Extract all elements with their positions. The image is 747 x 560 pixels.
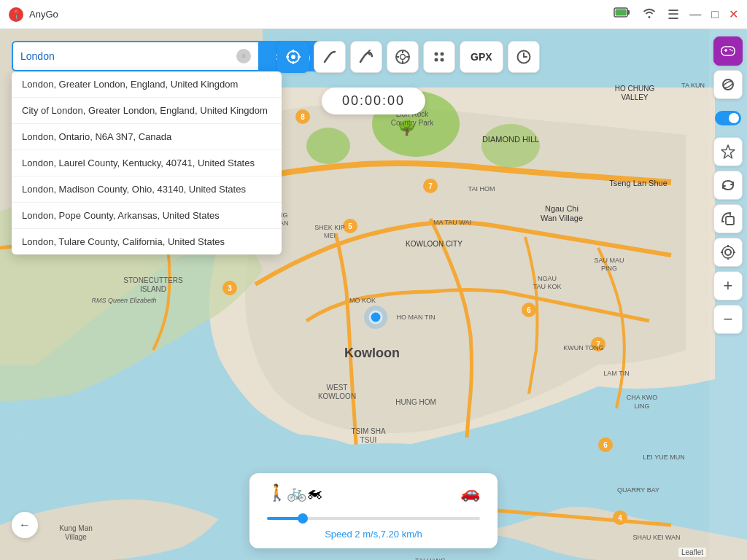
clear-button[interactable]: × <box>236 49 251 63</box>
zoom-in-button[interactable]: + <box>713 271 743 300</box>
svg-text:Ngau Chi: Ngau Chi <box>545 204 578 213</box>
search-result-5[interactable]: London, Madison County, Ohio, 43140, Uni… <box>12 176 282 203</box>
more-routes-button[interactable] <box>423 41 455 73</box>
search-result-4[interactable]: London, Laurel County, Kentucky, 40741, … <box>12 150 282 176</box>
svg-text:TAI HOM: TAI HOM <box>468 185 495 192</box>
window-controls: ☰ — □ ✕ <box>614 6 738 23</box>
svg-text:NGAU: NGAU <box>538 275 557 282</box>
svg-text:Village: Village <box>65 533 87 541</box>
svg-text:4: 4 <box>618 514 622 522</box>
svg-point-6 <box>481 124 540 168</box>
battery-icon[interactable] <box>614 7 631 22</box>
menu-icon[interactable]: ☰ <box>667 7 679 23</box>
history-button[interactable] <box>508 41 540 73</box>
bike-icon: 🚲 <box>287 483 306 502</box>
speed-icons: 🚶 🚲 🏍 🚗 <box>267 483 480 502</box>
zoom-out-button[interactable]: − <box>713 305 743 334</box>
svg-point-5 <box>306 128 350 164</box>
svg-text:SHEK KIP: SHEK KIP <box>314 224 345 231</box>
favorite-button[interactable] <box>713 137 743 166</box>
svg-text:ISLAND: ISLAND <box>140 285 166 293</box>
search-result-7[interactable]: London, Tulare County, California, Unite… <box>12 229 282 254</box>
svg-point-82 <box>441 52 444 56</box>
svg-text:HO MAN TIN: HO MAN TIN <box>397 314 436 321</box>
svg-text:MEI: MEI <box>324 232 336 239</box>
svg-text:LING: LING <box>634 402 649 410</box>
layer-toggle-button[interactable] <box>713 104 743 133</box>
speed-slider[interactable] <box>267 517 480 520</box>
svg-text:VALLEY: VALLEY <box>621 93 648 101</box>
moto-icon: 🏍 <box>306 483 322 502</box>
svg-text:Country Park: Country Park <box>391 119 434 127</box>
gamepad-button[interactable] <box>713 36 743 66</box>
svg-text:SAU MAU: SAU MAU <box>594 257 624 264</box>
speed-control-panel: 🚶 🚲 🏍 🚗 Speed 2 m/s,7.20 km/h <box>249 473 498 548</box>
svg-text:TSUI: TSUI <box>360 436 377 444</box>
svg-text:PING: PING <box>601 265 617 272</box>
svg-text:TSIM SHA: TSIM SHA <box>351 427 386 435</box>
search-result-1[interactable]: London, Greater London, England, United … <box>12 71 282 98</box>
svg-text:SHAU KEI WAN: SHAU KEI WAN <box>632 534 680 541</box>
minimize-button[interactable]: — <box>689 8 701 21</box>
search-result-2[interactable]: City of London, Greater London, England,… <box>12 98 282 124</box>
svg-text:KWUN TONG: KWUN TONG <box>563 344 604 351</box>
svg-text:CHA KWO: CHA KWO <box>627 394 658 401</box>
refresh-button[interactable] <box>713 171 743 200</box>
svg-text:8: 8 <box>301 113 305 121</box>
svg-text:Kowloon: Kowloon <box>344 346 400 360</box>
search-input[interactable]: London <box>20 50 236 62</box>
right-sidebar: + − <box>709 29 747 560</box>
svg-rect-2 <box>616 9 627 16</box>
search-result-3[interactable]: London, Ontario, N6A 3N7, Canada <box>12 124 282 150</box>
car-icon: 🚗 <box>460 483 480 502</box>
svg-text:Kung Man: Kung Man <box>59 524 93 532</box>
speed-label: Speed 2 m/s,7.20 km/h <box>267 529 480 540</box>
svg-text:6: 6 <box>603 441 608 449</box>
svg-text:TAI HANG: TAI HANG <box>415 557 446 560</box>
svg-text:DIAMOND HILL: DIAMOND HILL <box>482 135 539 144</box>
copy-button[interactable] <box>713 204 743 233</box>
orbit-button[interactable] <box>713 70 743 99</box>
app-logo <box>9 7 23 22</box>
svg-text:6: 6 <box>527 306 531 314</box>
maximize-button[interactable]: □ <box>711 8 719 21</box>
svg-point-92 <box>732 50 733 52</box>
svg-text:STONECUTTERS: STONECUTTERS <box>123 276 183 284</box>
svg-text:HUNG HOM: HUNG HOM <box>395 398 436 406</box>
multi-stop-button[interactable] <box>350 41 382 73</box>
svg-point-76 <box>400 55 406 60</box>
app-title: AnyGo <box>29 9 614 20</box>
close-button[interactable]: ✕ <box>729 7 738 21</box>
svg-text:LAM TIN: LAM TIN <box>603 370 629 377</box>
nav-back-button[interactable]: ← <box>12 512 38 538</box>
svg-text:3: 3 <box>228 284 232 292</box>
svg-text:QUARRY BAY: QUARRY BAY <box>617 486 659 494</box>
svg-text:7: 7 <box>428 182 433 190</box>
svg-text:KOWLOON CITY: KOWLOON CITY <box>406 240 462 248</box>
svg-text:TA KUN: TA KUN <box>681 82 705 89</box>
svg-text:Wan Village: Wan Village <box>541 214 583 222</box>
wifi-icon[interactable] <box>641 6 657 23</box>
gpx-button[interactable]: GPX <box>460 41 503 73</box>
svg-text:KOWLOON: KOWLOON <box>318 392 356 400</box>
svg-text:TAU KOK: TAU KOK <box>533 283 562 290</box>
one-stop-button[interactable] <box>314 41 346 73</box>
svg-rect-96 <box>726 217 734 225</box>
speed-static-text: Speed <box>325 529 352 540</box>
svg-text:MO KOK: MO KOK <box>349 297 376 304</box>
svg-point-91 <box>729 49 731 50</box>
gps-location-button[interactable] <box>713 238 743 267</box>
svg-point-97 <box>725 249 731 255</box>
map-container: 8 7 6 7 3 5 6 4 🌳 Kwai Chung TAM KON HO … <box>0 29 747 560</box>
speed-value-colored: 2 m/s,7.20 km/h <box>355 529 422 540</box>
joystick-button[interactable] <box>387 41 419 73</box>
search-result-6[interactable]: London, Pope County, Arkansas, United St… <box>12 203 282 229</box>
svg-point-68 <box>364 306 387 329</box>
toggle-switch[interactable] <box>715 111 741 125</box>
svg-text:LEI YUE MUN: LEI YUE MUN <box>643 454 684 461</box>
svg-point-81 <box>435 52 438 56</box>
svg-text:WEST: WEST <box>327 384 348 392</box>
svg-marker-95 <box>721 145 735 158</box>
svg-text:Tseng Lan Shue: Tseng Lan Shue <box>609 179 667 187</box>
teleport-button[interactable] <box>277 41 309 73</box>
